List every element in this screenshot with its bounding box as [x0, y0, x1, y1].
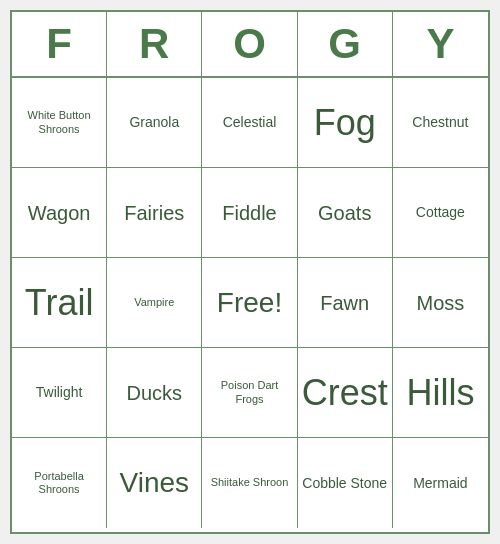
header-letter: Y: [393, 12, 488, 76]
bingo-cell: Fawn: [298, 258, 393, 348]
bingo-cell: Chestnut: [393, 78, 488, 168]
bingo-cell: Granola: [107, 78, 202, 168]
header-letter: F: [12, 12, 107, 76]
bingo-cell: Cobble Stone: [298, 438, 393, 528]
bingo-cell: Hills: [393, 348, 488, 438]
bingo-cell: Fiddle: [202, 168, 297, 258]
bingo-cell: Cottage: [393, 168, 488, 258]
bingo-cell: Shiitake Shroon: [202, 438, 297, 528]
bingo-cell: Mermaid: [393, 438, 488, 528]
bingo-cell: Goats: [298, 168, 393, 258]
bingo-cell: Crest: [298, 348, 393, 438]
bingo-cell: Wagon: [12, 168, 107, 258]
header-letter: O: [202, 12, 297, 76]
bingo-cell: Portabella Shroons: [12, 438, 107, 528]
header-letter: R: [107, 12, 202, 76]
bingo-header: FROGY: [12, 12, 488, 78]
bingo-cell: White Button Shroons: [12, 78, 107, 168]
bingo-grid: White Button ShroonsGranolaCelestialFogC…: [12, 78, 488, 528]
bingo-cell: Twilight: [12, 348, 107, 438]
free-space: Free!: [202, 258, 297, 348]
bingo-cell: Celestial: [202, 78, 297, 168]
bingo-cell: Moss: [393, 258, 488, 348]
bingo-cell: Fog: [298, 78, 393, 168]
bingo-card: FROGY White Button ShroonsGranolaCelesti…: [10, 10, 490, 534]
bingo-cell: Fairies: [107, 168, 202, 258]
bingo-cell: Trail: [12, 258, 107, 348]
bingo-cell: Vampire: [107, 258, 202, 348]
header-letter: G: [298, 12, 393, 76]
bingo-cell: Ducks: [107, 348, 202, 438]
bingo-cell: Poison Dart Frogs: [202, 348, 297, 438]
bingo-cell: Vines: [107, 438, 202, 528]
